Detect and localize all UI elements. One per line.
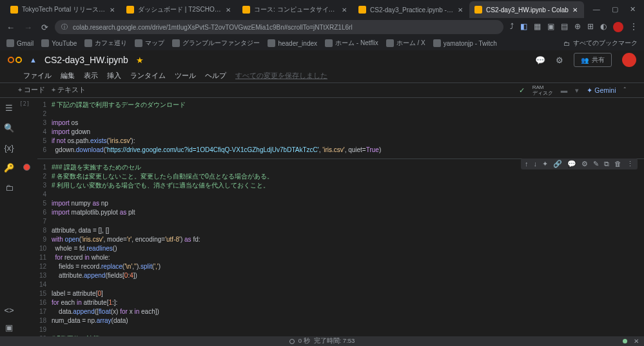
ext1-icon[interactable]: ◧ — [520, 22, 527, 32]
minimize-icon[interactable]: — — [593, 5, 600, 14]
resource-indicator[interactable]: RAM ディスク — [532, 85, 553, 96]
code-line[interactable]: attribute, data = [], [] — [52, 226, 644, 235]
code-icon[interactable]: <> — [4, 305, 14, 315]
bookmark-item[interactable]: マップ — [135, 39, 164, 48]
code-line[interactable]: import numpy as np — [52, 199, 644, 208]
dropdown-icon[interactable]: ▾ — [575, 86, 579, 94]
menu-item[interactable]: ツール — [175, 72, 196, 81]
search-icon[interactable]: 🔍 — [4, 123, 14, 133]
menu-icon[interactable]: ⋮ — [630, 22, 638, 32]
close-window-icon[interactable]: ✕ — [630, 5, 636, 14]
collapse-icon[interactable]: ˆ — [624, 86, 627, 94]
settings-icon[interactable]: ⚙ — [556, 55, 563, 65]
code-line[interactable] — [52, 190, 644, 199]
ext4-icon[interactable]: ▤ — [561, 22, 568, 32]
browser-tab[interactable]: ダッシュボード | T2SCHOLA✕ — [121, 1, 237, 18]
code-line[interactable]: for record in whole: — [52, 253, 644, 262]
menu-item[interactable]: ヘルプ — [205, 72, 226, 81]
ext2-icon[interactable]: ▦ — [534, 22, 541, 32]
tab-close-icon[interactable]: ✕ — [458, 6, 464, 13]
files-icon[interactable]: 🗀 — [5, 183, 14, 193]
add-code-button[interactable]: + コード — [18, 86, 45, 95]
share-button[interactable]: 👥 共有 — [574, 53, 612, 67]
code-line[interactable]: # 下記の課題で利用するデータのダウンロード — [52, 101, 644, 110]
browser-tab[interactable]: CS2-day3_HW.ipynb - Colab✕ — [469, 1, 584, 18]
code-line[interactable]: gdown.download('https://drive.google.com… — [52, 146, 644, 155]
browser-titlebar: TokyoTech Portal リリース メニュー✕ダッシュボード | T2S… — [0, 0, 644, 18]
bookmark-item[interactable]: ホーム / X — [386, 39, 425, 48]
menu-item[interactable]: 編集 — [61, 72, 75, 81]
code-line[interactable]: with open('iris.csv', mode='r', encoding… — [52, 235, 644, 244]
code-line[interactable]: whole = fd.readlines() — [52, 244, 644, 253]
toc-icon[interactable]: ☰ — [5, 103, 13, 113]
url-field[interactable]: ⓘ colab.research.google.com/drive/1mtIug… — [55, 20, 503, 34]
line-number: 16 — [37, 298, 52, 307]
browser-tab[interactable]: CS2-day3_Practice.ipynb - Cola…✕ — [353, 1, 469, 18]
variables-icon[interactable]: {x} — [4, 143, 14, 153]
colab-logo-icon[interactable] — [8, 55, 22, 64]
tab-close-icon[interactable]: ✕ — [572, 6, 579, 13]
extensions-icon[interactable]: ⊞ — [587, 22, 594, 32]
code-line[interactable]: attribute.append(fields[0:4]) — [52, 271, 644, 280]
code-cell[interactable]: 1### 課題を実施するためのセル2# 各変数名は変更しないこと。変更したら自動… — [18, 160, 644, 336]
tab-close-icon[interactable]: ✕ — [110, 6, 116, 13]
tab-close-icon[interactable]: ✕ — [226, 6, 232, 13]
maximize-icon[interactable]: ▢ — [612, 5, 618, 14]
browser-tab[interactable]: TokyoTech Portal リリース メニュー✕ — [5, 1, 121, 18]
bookmark-item[interactable]: ホーム - Netflix — [325, 39, 378, 48]
tab-close-icon[interactable]: ✕ — [342, 6, 348, 13]
add-text-button[interactable]: + テキスト — [52, 86, 86, 95]
ext6-icon[interactable]: ◐ — [600, 22, 607, 32]
menu-item[interactable]: ファイル — [23, 72, 52, 81]
browser-tab[interactable]: コース: コンピュータサイエンス第二【…✕ — [237, 1, 353, 18]
code-line[interactable]: data.append([float(x) for x in each]) — [52, 307, 644, 316]
code-line[interactable]: for each in attribute[1:]: — [52, 298, 644, 307]
secrets-icon[interactable]: 🔑 — [4, 163, 14, 173]
bookmark-item[interactable]: カフェ巡り — [84, 39, 127, 48]
code-line[interactable]: label = attribute[0] — [52, 289, 644, 298]
code-line[interactable] — [52, 217, 644, 226]
reload-icon[interactable]: ⟳ — [41, 23, 48, 32]
share-icon[interactable]: ⤴ — [510, 22, 514, 32]
code-line[interactable]: if not os.path.exists('iris.csv'): — [52, 137, 644, 146]
line-number: 5 — [37, 199, 52, 208]
menu-item[interactable]: ランタイム — [130, 72, 166, 81]
comment-icon[interactable]: 💬 — [535, 55, 545, 65]
star-icon[interactable]: ★ — [136, 55, 144, 65]
document-title[interactable]: CS2-day3_HW.ipynb — [44, 55, 128, 65]
code-line[interactable]: ### 課題を実施するためのセル — [52, 163, 644, 172]
bookmark-item[interactable]: グランブルーファンタジー — [172, 39, 260, 48]
ext5-icon[interactable]: ⊕ — [574, 22, 581, 32]
bookmark-item[interactable]: Gmail — [6, 39, 34, 48]
bookmark-item[interactable]: YouTube — [41, 39, 77, 48]
code-line[interactable]: fields = record.replace('\n','').split('… — [52, 262, 644, 271]
code-line[interactable]: import os — [52, 119, 644, 128]
bookmark-label: ホーム / X — [396, 39, 425, 48]
gemini-button[interactable]: ✦ Gemini — [587, 86, 616, 94]
code-line[interactable]: # 各変数名は変更しないこと。変更したら自動採点で0点となる場合がある。 — [52, 172, 644, 181]
ext3-icon[interactable]: ▣ — [547, 22, 554, 32]
terminal-icon[interactable]: ▣ — [5, 323, 13, 332]
back-icon[interactable]: ← — [6, 23, 15, 32]
status-close-icon[interactable]: ✕ — [634, 338, 639, 345]
profile-avatar[interactable] — [613, 22, 623, 32]
run-cell-icon[interactable] — [23, 164, 30, 171]
code-line[interactable]: # 利用しない変数がある場合でも、消さずに適当な値を代入しておくこと。 — [52, 181, 644, 190]
menu-item[interactable]: 表示 — [84, 72, 98, 81]
forward-icon[interactable]: → — [24, 23, 32, 32]
code-line[interactable] — [52, 325, 644, 334]
site-info-icon[interactable]: ⓘ — [61, 23, 68, 32]
code-line[interactable]: num_data = np.array(data) — [52, 316, 644, 325]
code-line[interactable]: import matplotlib.pyplot as plt — [52, 208, 644, 217]
bookmark-favicon-icon — [268, 39, 275, 47]
code-line[interactable]: import gdown — [52, 128, 644, 137]
code-line[interactable] — [52, 110, 644, 119]
favicon-icon — [358, 6, 366, 14]
code-line[interactable] — [52, 280, 644, 289]
bookmark-item[interactable]: yamatonjp - Twitch — [433, 39, 497, 48]
bookmark-item[interactable]: header_index — [268, 39, 317, 48]
menu-item[interactable]: 挿入 — [107, 72, 121, 81]
user-avatar[interactable] — [622, 53, 636, 67]
all-bookmarks[interactable]: 🗀 すべてのブックマーク — [563, 39, 638, 48]
code-cell[interactable]: [2] 1# 下記の課題で利用するデータのダウンロード23import os4i… — [18, 98, 644, 157]
